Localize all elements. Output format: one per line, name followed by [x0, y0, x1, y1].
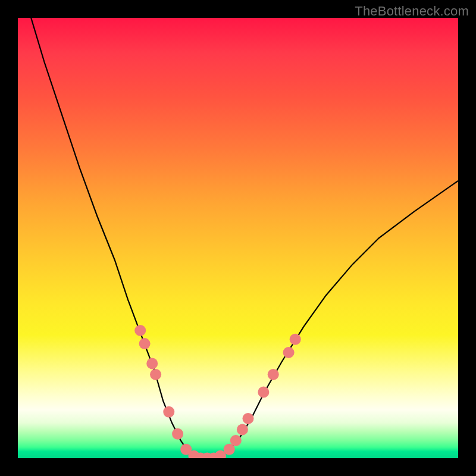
curve-marker-dot	[258, 387, 269, 398]
bottleneck-curve-line	[31, 18, 458, 458]
curve-marker-dot	[146, 358, 158, 369]
chart-svg-layer	[18, 18, 458, 458]
chart-plot-area	[18, 18, 458, 458]
curve-marker-dot	[237, 424, 248, 435]
curve-marker-dot	[268, 369, 279, 380]
curve-marker-dot	[243, 413, 254, 424]
curve-markers-group	[134, 325, 301, 458]
curve-marker-dot	[139, 338, 151, 349]
watermark-text: TheBottleneck.com	[355, 4, 469, 19]
curve-marker-dot	[163, 406, 174, 418]
curve-marker-dot	[150, 369, 161, 380]
curve-marker-dot	[134, 325, 146, 336]
curve-marker-dot	[283, 347, 295, 358]
curve-marker-dot	[290, 334, 301, 345]
curve-marker-dot	[172, 428, 183, 440]
curve-marker-dot	[230, 435, 242, 446]
